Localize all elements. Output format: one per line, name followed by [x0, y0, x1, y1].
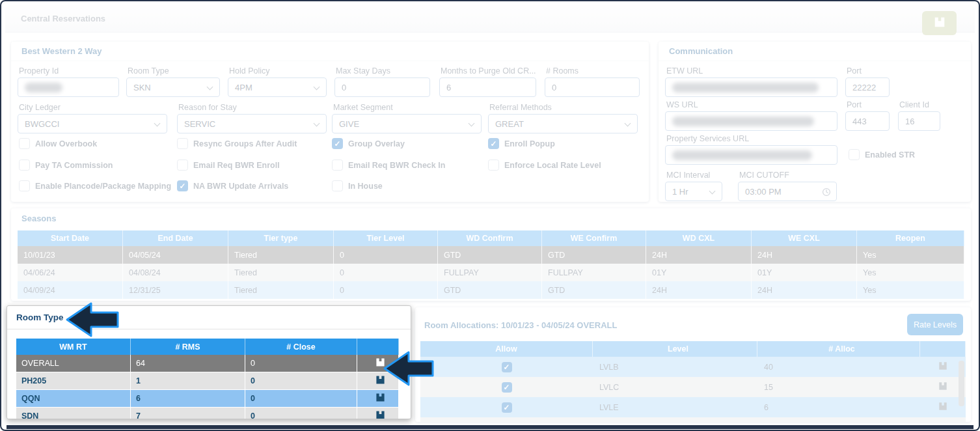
- mci-interval-select[interactable]: 1 Hr: [665, 182, 722, 201]
- ws-port-input[interactable]: 443: [845, 111, 890, 131]
- ws-url-input[interactable]: [665, 111, 837, 131]
- level-cell: LVLE: [593, 397, 757, 417]
- room-type-row[interactable]: QQN 6 0: [16, 390, 399, 408]
- client-id-input[interactable]: 16: [898, 111, 940, 131]
- season-cell: 04/06/24: [18, 264, 123, 281]
- na-bwr-update-arrivals-checkbox[interactable]: [177, 180, 188, 191]
- close-cell: 0: [245, 390, 357, 407]
- season-cell: GTD: [438, 281, 542, 299]
- services-url-input[interactable]: [665, 145, 837, 165]
- column-header[interactable]: Tier Level: [334, 230, 438, 246]
- hold-policy-select[interactable]: 4PM: [228, 77, 327, 97]
- etw-port-input[interactable]: 22222: [845, 77, 890, 97]
- property-id-input[interactable]: [18, 77, 119, 97]
- allow-checkbox[interactable]: [502, 382, 512, 393]
- allocation-row[interactable]: LVLB 40: [420, 357, 966, 377]
- allow-checkbox[interactable]: [502, 402, 512, 413]
- rate-levels-button[interactable]: Rate Levels: [907, 314, 963, 335]
- etw-url-input[interactable]: [665, 77, 837, 97]
- group-overlay-checkbox[interactable]: [332, 138, 343, 149]
- season-cell: 24H: [646, 281, 752, 299]
- room-type-row[interactable]: PH205 1 0: [16, 372, 399, 390]
- column-header[interactable]: Reopen: [857, 230, 964, 246]
- scrollbar-thumb[interactable]: [959, 361, 964, 406]
- in-house-checkbox[interactable]: [332, 180, 343, 191]
- season-row[interactable]: 10/01/23 04/05/24 Tiered 0 GTD GTD 24H 2…: [18, 246, 964, 264]
- column-header[interactable]: Level: [593, 341, 757, 357]
- season-cell: 01Y: [752, 264, 857, 281]
- etw-url-label: ETW URL: [666, 66, 703, 76]
- save-row-button[interactable]: [357, 390, 399, 407]
- allocation-row[interactable]: LVLH 0: [420, 417, 966, 422]
- max-stay-days-label: Max Stay Days: [336, 66, 390, 76]
- annotation-arrow-room-type: [65, 301, 120, 339]
- season-cell: Yes: [857, 246, 964, 264]
- hold-policy-label: Hold Policy: [229, 66, 270, 76]
- email-req-bwr-checkin-checkbox[interactable]: [332, 160, 343, 171]
- city-ledger-select[interactable]: BWGCCI: [18, 114, 167, 133]
- season-cell: 10/01/23: [18, 246, 123, 264]
- wm-rt-cell: SDN: [16, 408, 131, 419]
- column-header[interactable]: Allow: [420, 341, 593, 357]
- room-type-row[interactable]: OVERALL 64 0: [16, 355, 399, 372]
- months-purge-input[interactable]: 6: [439, 77, 536, 97]
- email-req-bwr-enroll-checkbox[interactable]: [177, 160, 188, 171]
- mci-cutoff-input[interactable]: 03:00 PM: [738, 182, 837, 201]
- pay-ta-commission-checkbox[interactable]: [19, 160, 30, 171]
- rms-cell: 7: [131, 408, 245, 419]
- wm-rt-cell: OVERALL: [16, 355, 131, 372]
- max-stay-days-input[interactable]: 0: [334, 77, 430, 97]
- column-header[interactable]: WD CXL: [646, 230, 752, 246]
- column-header[interactable]: WD Confirm: [438, 230, 542, 246]
- column-header[interactable]: End Date: [123, 230, 228, 246]
- checkbox-label: Email Req BWR Check In: [348, 161, 445, 170]
- season-row[interactable]: 04/09/24 12/31/25 Tiered 0 GTD GTD 24H 2…: [18, 281, 964, 299]
- room-type-table: WM RT # RMS # Close OVERALL 64 0 PH205 1…: [16, 339, 399, 419]
- column-header[interactable]: WE Confirm: [542, 230, 646, 246]
- floppy-icon: [934, 16, 946, 31]
- season-row[interactable]: 04/06/24 04/08/24 Tiered 0 FULLPAY FULLP…: [18, 264, 964, 281]
- referral-methods-label: Referral Methods: [489, 103, 552, 112]
- allocation-row[interactable]: LVLC 15: [420, 377, 966, 397]
- num-rooms-input[interactable]: 0: [545, 77, 640, 97]
- column-header[interactable]: # Close: [245, 339, 357, 355]
- ws-port-label: Port: [847, 100, 862, 109]
- market-segment-select[interactable]: GIVE: [332, 114, 482, 133]
- resync-groups-checkbox[interactable]: [177, 138, 188, 149]
- column-header[interactable]: WE CXL: [752, 230, 857, 246]
- floppy-icon: [938, 361, 947, 372]
- allow-checkbox[interactable]: [502, 362, 512, 372]
- column-header[interactable]: # Alloc: [757, 341, 920, 357]
- column-header[interactable]: Tier type: [228, 230, 334, 246]
- column-header[interactable]: Start Date: [18, 230, 123, 246]
- save-row-button[interactable]: [920, 417, 966, 422]
- room-type-select[interactable]: SKN: [126, 77, 220, 97]
- save-button[interactable]: [922, 11, 957, 35]
- etw-port-label: Port: [847, 66, 862, 76]
- season-cell: Tiered: [228, 246, 334, 264]
- checkbox-label: Allow Overbook: [35, 139, 97, 148]
- allocation-row[interactable]: LVLE 6: [420, 397, 966, 417]
- best-western-panel: Best Western 2 Way Property Id Room Type…: [11, 42, 649, 202]
- clock-icon: [822, 188, 831, 199]
- allow-overbook-checkbox[interactable]: [19, 138, 30, 149]
- season-cell: FULLPAY: [542, 264, 646, 281]
- seasons-panel: Seasons Start Date End Date Tier type Ti…: [11, 208, 971, 301]
- save-row-button[interactable]: [357, 408, 399, 419]
- room-allocations-panel: Room Allocations: 10/01/23 - 04/05/24 OV…: [415, 307, 971, 422]
- reason-for-stay-label: Reason for Stay: [178, 103, 237, 112]
- enabled-str-checkbox[interactable]: [849, 149, 860, 160]
- room-type-row[interactable]: SDN 7 0: [16, 408, 399, 419]
- mci-interval-label: MCI Interval: [666, 171, 710, 180]
- plancode-mapping-checkbox[interactable]: [19, 180, 30, 191]
- column-header[interactable]: # RMS: [131, 339, 245, 355]
- enforce-local-rate-checkbox[interactable]: [488, 160, 499, 171]
- reason-for-stay-select[interactable]: SERVIC: [177, 114, 327, 133]
- page-title: Central Reservations: [21, 14, 105, 23]
- enroll-popup-checkbox[interactable]: [488, 138, 499, 149]
- checkbox-label: In House: [348, 182, 383, 191]
- column-header[interactable]: WM RT: [16, 339, 131, 355]
- referral-methods-select[interactable]: GREAT: [488, 114, 638, 133]
- mci-cutoff-label: MCI CUTOFF: [739, 171, 789, 180]
- season-cell: GTD: [542, 281, 646, 299]
